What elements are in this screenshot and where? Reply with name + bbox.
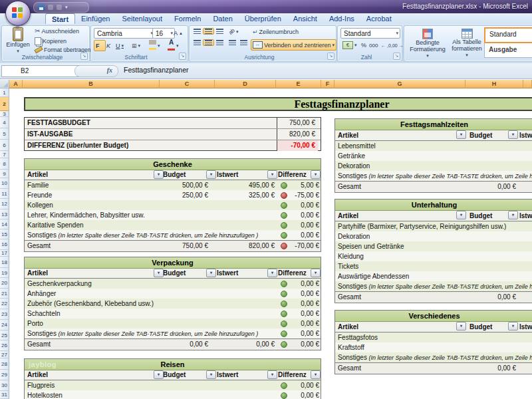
total-row[interactable]: Gesamt0,00 €0,00 €0,00 €: [25, 338, 321, 350]
istwert-column-header[interactable]: Istwert: [519, 130, 532, 140]
fill-color-button[interactable]: ▾: [147, 40, 162, 51]
row-header-29[interactable]: 29: [0, 370, 9, 380]
table-row[interactable]: Kollegen0,00 €: [25, 200, 321, 210]
table-row[interactable]: Schachteln0,00 €: [25, 309, 321, 319]
row-header-16[interactable]: 16: [0, 239, 9, 250]
filter-dropdown-button[interactable]: ▾: [456, 211, 466, 219]
artikel-cell[interactable]: Kleidung: [338, 251, 364, 261]
row-header-12[interactable]: 12: [0, 199, 9, 209]
filter-dropdown-button[interactable]: ▾: [311, 269, 321, 277]
budget-column-header[interactable]: Budget: [469, 211, 492, 221]
istwert-column-header[interactable]: Istwert: [217, 370, 238, 380]
row-header-9[interactable]: 9: [0, 170, 9, 178]
table-row[interactable]: Kraftstoff: [335, 342, 532, 352]
filter-dropdown-button[interactable]: ▾: [508, 322, 518, 331]
merge-center-button[interactable]: ↔ Verbinden und zentrieren▾: [251, 39, 336, 51]
artikel-cell[interactable]: Gesamt: [338, 363, 361, 374]
differenz-cell[interactable]: 0,00 €: [289, 309, 319, 319]
differenz-cell[interactable]: 0,00 €: [289, 390, 319, 399]
tab-formeln[interactable]: Formeln: [168, 13, 207, 24]
table-title-banner[interactable]: Unterhaltung: [335, 199, 532, 211]
istwert-column-header[interactable]: Istwert: [519, 322, 532, 332]
filter-dropdown-button[interactable]: ▾: [154, 370, 164, 379]
artikel-cell[interactable]: Auswärtige Abendessen: [338, 271, 409, 281]
table-row[interactable]: FESTTAGSBUDGET 750,00 €: [25, 118, 321, 129]
differenz-cell[interactable]: -70,00 €: [289, 241, 319, 251]
row-header-23[interactable]: 23: [0, 309, 9, 320]
artikel-cell[interactable]: Karitative Spenden: [27, 220, 84, 230]
differenz-cell[interactable]: -75,00 €: [289, 190, 319, 200]
column-header-b[interactable]: B: [23, 80, 160, 88]
table-row[interactable]: Kleidung: [335, 251, 532, 261]
differenz-cell[interactable]: 5,00 €: [289, 180, 319, 190]
filter-dropdown-button[interactable]: ▾: [456, 130, 466, 139]
save-icon[interactable]: [38, 4, 45, 11]
budget-column-header[interactable]: Budget: [163, 370, 186, 380]
table-row[interactable]: Lehrer, Kindermädchen, Babysitter usw.0,…: [25, 210, 321, 220]
artikel-cell[interactable]: Gesamt: [338, 182, 361, 192]
wrap-text-button[interactable]: ↵ Zeilenumbruch: [251, 28, 301, 36]
table-row[interactable]: Sonstiges (In letzter Spalte dieser Zeil…: [335, 171, 532, 181]
table-row[interactable]: Sonstiges (In letzter Spalte dieser Zeil…: [25, 329, 321, 338]
comma-style-button[interactable]: 000: [367, 40, 380, 51]
tab--berpr-fen[interactable]: Überprüfen: [239, 13, 287, 24]
differenz-cell[interactable]: 0,00 €: [289, 230, 319, 240]
copy-button[interactable]: Kopieren: [33, 37, 68, 46]
table-row[interactable]: Familie500,00 €495,00 €5,00 €: [25, 180, 321, 190]
tab-daten[interactable]: Daten: [207, 13, 238, 24]
qat-dropdown-icon[interactable]: ▾: [65, 5, 68, 10]
filter-dropdown-button[interactable]: ▾: [508, 130, 518, 139]
row-header-14[interactable]: 14: [0, 219, 9, 229]
artikel-cell[interactable]: Kollegen: [27, 200, 53, 210]
differenz-cell[interactable]: 0,00 €: [289, 299, 319, 309]
budget-cell[interactable]: 500,00 €: [124, 180, 208, 190]
total-row[interactable]: Gesamt0,00 €: [335, 362, 532, 374]
artikel-cell[interactable]: Getränke: [338, 151, 365, 161]
cell-style-standard[interactable]: Standard: [484, 27, 532, 43]
row-header-30[interactable]: 30: [0, 380, 9, 391]
redo-icon[interactable]: [57, 5, 62, 10]
row-header-18[interactable]: 18: [0, 257, 9, 268]
formula-input[interactable]: Festtagsfinanzplaner: [124, 66, 188, 74]
budget-cell[interactable]: 250,00 €: [124, 190, 208, 200]
row-header-5[interactable]: 5: [0, 128, 9, 140]
istwert-cell[interactable]: 495,00 €: [212, 180, 275, 190]
table-row[interactable]: DIFFERENZ (über/unter Budget) -70,00 €: [25, 140, 321, 151]
differenz-cell[interactable]: 0,00 €: [289, 200, 319, 210]
table-row[interactable]: Hotelkosten0,00 €: [25, 390, 321, 399]
artikel-cell[interactable]: Zubehör (Geschenkband, Klebeband usw.): [27, 299, 154, 309]
table-title-banner[interactable]: jayblogReisen: [25, 358, 321, 370]
column-header-f[interactable]: F: [321, 80, 334, 88]
artikel-column-header[interactable]: Artikel: [338, 322, 358, 332]
insert-function-button[interactable]: fx: [74, 65, 118, 77]
grow-font-button[interactable]: A▲: [172, 28, 185, 39]
artikel-cell[interactable]: Sonstiges (In letzter Spalte dieser Zeil…: [338, 352, 532, 363]
artikel-cell[interactable]: Familie: [27, 180, 49, 190]
total-row[interactable]: Gesamt750,00 €820,00 €-70,00 €: [25, 240, 321, 251]
artikel-cell[interactable]: Sonstiges (In letzter Spalte dieser Zeil…: [338, 281, 532, 292]
artikel-cell[interactable]: Sonstiges (In letzter Spalte dieser Zeil…: [27, 329, 258, 339]
align-top-button[interactable]: [192, 28, 203, 35]
differenz-column-header[interactable]: Differenz: [278, 269, 307, 278]
filter-dropdown-button[interactable]: ▾: [267, 370, 277, 379]
table-row[interactable]: Sonstiges (In letzter Spalte dieser Zeil…: [335, 281, 532, 291]
summary-value[interactable]: 750,00 €: [277, 118, 318, 128]
artikel-cell[interactable]: Gesamt: [27, 339, 51, 350]
undo-icon[interactable]: [48, 5, 53, 10]
differenz-cell[interactable]: 0,00 €: [289, 289, 319, 299]
artikel-cell[interactable]: Gesamt: [338, 292, 361, 303]
accounting-format-button[interactable]: €▾: [340, 40, 359, 51]
column-header-e[interactable]: E: [276, 80, 321, 88]
istwert-column-header[interactable]: Istwert: [217, 170, 238, 180]
artikel-cell[interactable]: Tickets: [338, 261, 358, 271]
orientation-button[interactable]: ab▾: [227, 28, 240, 35]
tab-acrobat[interactable]: Acrobat: [360, 13, 398, 24]
row-header-7[interactable]: 7: [0, 151, 9, 158]
column-header-h[interactable]: H: [466, 80, 523, 88]
artikel-cell[interactable]: Hotelkosten: [27, 390, 63, 399]
filter-dropdown-button[interactable]: ▾: [456, 322, 466, 331]
row-header-10[interactable]: 10: [0, 178, 9, 189]
artikel-column-header[interactable]: Artikel: [27, 269, 48, 278]
cut-button[interactable]: ✂ Ausschneiden: [33, 27, 81, 35]
column-header-g[interactable]: G: [334, 80, 466, 88]
